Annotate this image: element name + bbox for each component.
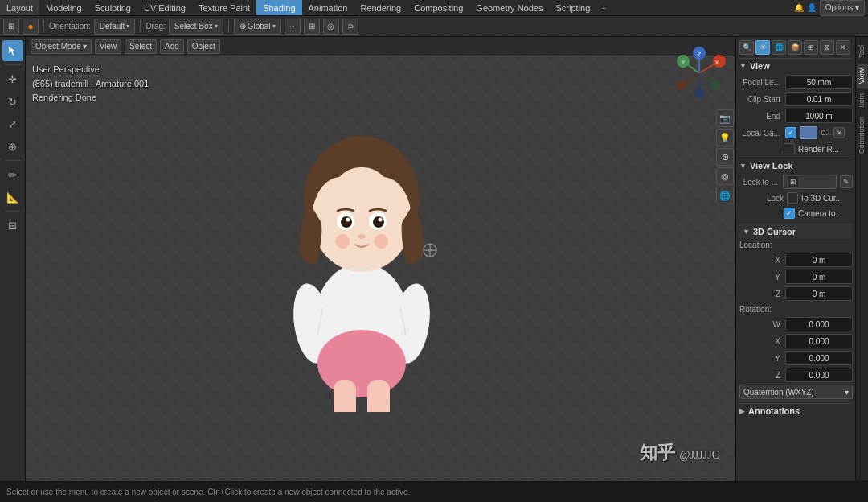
view-section-header[interactable]: ▼ View — [739, 58, 853, 73]
tool-transform[interactable]: ⊕ — [2, 136, 23, 157]
status-text: Select or use the menu to create a new o… — [6, 488, 410, 496]
menu-item-animation[interactable]: Animation — [302, 0, 354, 15]
orientation-selector[interactable]: Default ▾ — [94, 19, 136, 35]
viewport[interactable]: Object Mode ▾ View Select Add Object Use… — [26, 37, 735, 481]
nav-gizmo[interactable]: X Y Z — [671, 45, 727, 101]
transform-global-icon: ⊕ — [240, 22, 246, 31]
panel-icon-4[interactable]: 📦 — [788, 40, 802, 55]
render-res-checkbox[interactable] — [784, 143, 795, 154]
top-right-controls: 🔔 👤 Options ▾ — [794, 0, 868, 16]
cursor-rz-label: Z — [739, 371, 784, 380]
tool-annotate[interactable]: ✏ — [2, 164, 23, 185]
panel-icon-1[interactable]: 🔍 — [739, 40, 754, 55]
cursor-section-header[interactable]: ▼ 3D Cursor — [739, 224, 853, 239]
cursor-rz-value[interactable]: 0.000 — [785, 368, 853, 382]
cursor-ry-value[interactable]: 0.000 — [785, 351, 853, 365]
menu-item-compositing[interactable]: Compositing — [407, 0, 469, 15]
cursor-section-arrow: ▼ — [743, 228, 750, 236]
panel-tab-tool[interactable]: Tool — [857, 40, 868, 64]
svg-point-16 — [378, 218, 382, 222]
panel-icon-2[interactable]: 👁 — [755, 40, 770, 55]
panel-icon-3[interactable]: 🌐 — [772, 40, 786, 55]
panel-icon-7[interactable]: ✕ — [836, 40, 850, 55]
local-camera-row: Local Ca... ✓ C... ✕ — [739, 125, 853, 141]
panel-icon-6[interactable]: ⊠ — [820, 40, 834, 55]
editor-type-button[interactable]: ⊞ — [3, 19, 19, 35]
view-lock-title: View Lock — [750, 161, 793, 171]
lock-3d-cursor-row: Lock To 3D Cur... — [767, 191, 853, 205]
view-section-arrow: ▼ — [739, 62, 747, 70]
menu-item-sculpting[interactable]: Sculpting — [88, 0, 137, 15]
menu-item-modeling[interactable]: Modeling — [39, 0, 88, 15]
menu-item-uvediting[interactable]: UV Editing — [137, 0, 192, 15]
menu-item-geometrynodes[interactable]: Geometry Nodes — [469, 0, 549, 15]
lock-3d-cursor-checkbox[interactable] — [787, 192, 798, 204]
viewport-light-icon[interactable]: 💡 — [716, 129, 734, 146]
focal-length-value[interactable]: 50 mm — [785, 75, 853, 89]
panel-tab-view[interactable]: View — [857, 64, 868, 88]
local-camera-checkbox[interactable]: ✓ — [785, 127, 796, 138]
transform-icon-2[interactable]: ⊞ — [304, 19, 320, 35]
snap-icon[interactable]: ⊃ — [342, 19, 358, 35]
viewport-perspective-label: User Perspective — [32, 63, 149, 77]
local-camera-close[interactable]: ✕ — [833, 127, 845, 138]
view-menu-button[interactable]: View — [95, 39, 122, 54]
add-menu-button[interactable]: Add — [160, 39, 184, 54]
lock-to-field[interactable]: ⊞ — [783, 175, 837, 189]
quaternion-arrow: ▾ — [845, 388, 849, 397]
svg-point-5 — [317, 330, 406, 397]
tool-move[interactable]: ✛ — [2, 68, 23, 89]
clip-start-value[interactable]: 0.01 m — [785, 92, 853, 106]
viewport-camera-icon[interactable]: 📷 — [716, 109, 734, 127]
cursor-z-row: Z 0 m — [739, 286, 853, 302]
clip-end-value[interactable]: 1000 m — [785, 109, 853, 123]
add-tab-button[interactable]: + — [596, 3, 611, 13]
camera-to-checkbox[interactable]: ✓ — [784, 208, 795, 219]
viewport-xray-icon[interactable]: ◎ — [716, 167, 734, 185]
cursor-y-value[interactable]: 0 m — [785, 270, 853, 284]
menu-item-shading[interactable]: Shading — [256, 0, 301, 15]
proportional-edit[interactable]: ◎ — [323, 19, 339, 35]
viewport-globe-icon[interactable]: 🌐 — [716, 187, 734, 204]
local-camera-color[interactable] — [800, 126, 817, 139]
annotations-section-header[interactable]: ▶ Annotations — [739, 403, 853, 418]
transform-global[interactable]: ⊕ ⊕ Global Global ▾ — [234, 19, 281, 35]
quaternion-selector[interactable]: Quaternion (WXYZ) ▾ — [739, 385, 853, 399]
cursor-y-row: Y 0 m — [739, 269, 853, 285]
object-menu-button[interactable]: Object — [187, 39, 220, 54]
cursor-rx-value[interactable]: 0.000 — [785, 334, 853, 348]
render-res-label: Render R... — [798, 145, 839, 154]
panel-tab-item[interactable]: Item — [857, 88, 868, 113]
toolbar-row: ⊞ ● Orientation: Default ▾ Drag: Select … — [0, 16, 868, 37]
object-mode-button[interactable]: Object Mode ▾ — [31, 39, 92, 54]
options-button[interactable]: Options ▾ — [820, 0, 865, 16]
lock-to-eyedropper[interactable]: ✎ — [840, 175, 853, 188]
lock-to-label: Lock to ... — [739, 178, 781, 187]
tool-select[interactable] — [2, 40, 23, 61]
view-lock-section-header[interactable]: ▼ View Lock — [739, 158, 853, 173]
clip-start-row: Clip Start 0.01 m — [739, 91, 853, 107]
tool-separator-2 — [5, 160, 21, 161]
status-bar: Select or use the menu to create a new o… — [0, 481, 868, 502]
tool-measure[interactable]: 📐 — [2, 187, 23, 208]
cursor-x-value[interactable]: 0 m — [785, 253, 853, 267]
menu-item-layout[interactable]: Layout — [0, 0, 39, 15]
tool-extra[interactable]: ⊟ — [2, 215, 23, 236]
cursor-w-value[interactable]: 0.000 — [785, 317, 853, 331]
menu-item-scripting[interactable]: Scripting — [549, 0, 596, 15]
select-menu-button[interactable]: Select — [125, 39, 157, 54]
drag-selector[interactable]: Select Box ▾ — [169, 19, 223, 35]
viewport-overlay-icon[interactable]: ⊛ — [716, 148, 734, 166]
transform-icon-1[interactable]: ↔ — [285, 19, 301, 35]
svg-point-36 — [676, 80, 686, 90]
menu-item-rendering[interactable]: Rendering — [354, 0, 407, 15]
tool-rotate[interactable]: ↻ — [2, 91, 23, 112]
viewport-render-status: Rendering Done — [32, 91, 149, 105]
tool-scale[interactable]: ⤢ — [2, 113, 23, 134]
cursor-x-label: X — [739, 256, 784, 265]
panel-icon-5[interactable]: ⊞ — [804, 40, 818, 55]
annotations-title: Annotations — [748, 406, 800, 416]
menu-item-texturepaint[interactable]: Texture Paint — [192, 0, 256, 15]
cursor-z-value[interactable]: 0 m — [785, 286, 853, 301]
panel-tab-commotion[interactable]: Commotion — [857, 112, 868, 158]
